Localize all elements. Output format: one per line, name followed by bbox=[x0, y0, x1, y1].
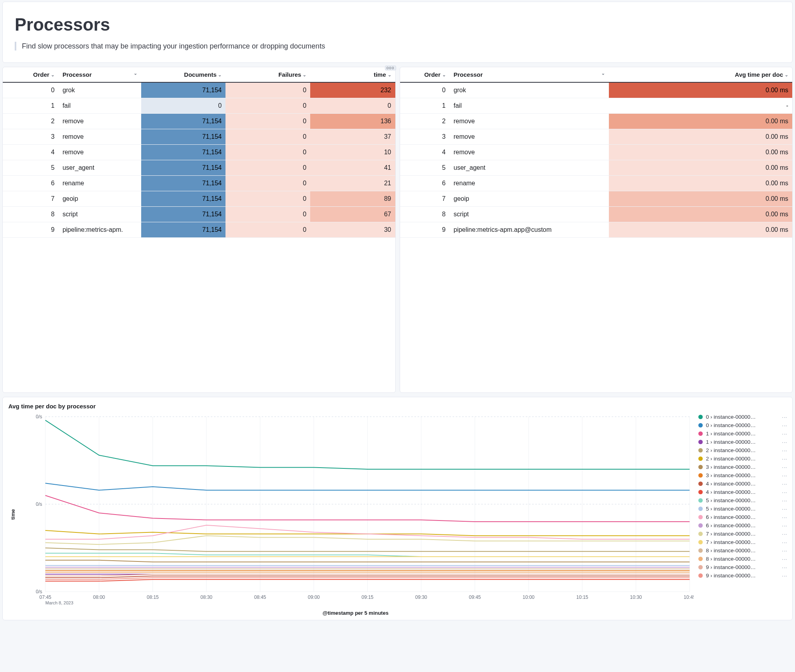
legend-item[interactable]: 4 › instance-00000… bbox=[698, 488, 789, 496]
legend-label: 5 › instance-00000… bbox=[706, 497, 778, 503]
table-row[interactable]: 8script71,154067 bbox=[3, 207, 395, 222]
cell-order: 0 bbox=[3, 82, 58, 98]
legend-label: 2 › instance-00000… bbox=[706, 447, 778, 453]
cell-order: 4 bbox=[3, 145, 58, 160]
col-processor[interactable]: Processor⌄ bbox=[58, 67, 141, 82]
col-time[interactable]: time⌄ bbox=[310, 67, 395, 82]
legend-item[interactable]: 6 › instance-00000… bbox=[698, 521, 789, 530]
legend-item[interactable]: 6 › instance-00000… bbox=[698, 513, 789, 521]
legend-more-icon[interactable] bbox=[781, 474, 788, 478]
chevron-down-icon: ⌄ bbox=[785, 72, 788, 78]
legend-more-icon[interactable] bbox=[781, 432, 788, 436]
legend-item[interactable]: 8 › instance-00000… bbox=[698, 546, 789, 555]
legend-more-icon[interactable] bbox=[781, 457, 788, 461]
legend-more-icon[interactable] bbox=[781, 440, 788, 444]
legend-more-icon[interactable] bbox=[781, 532, 788, 536]
cell-processor: rename bbox=[58, 176, 141, 191]
legend-item[interactable]: 9 › instance-00000… bbox=[698, 571, 789, 580]
legend-item[interactable]: 5 › instance-00000… bbox=[698, 496, 789, 505]
legend-item[interactable]: 2 › instance-00000… bbox=[698, 446, 789, 454]
table-row[interactable]: 7geoip0.00 ms bbox=[400, 191, 793, 207]
table-row[interactable]: 7geoip71,154089 bbox=[3, 191, 395, 207]
table-row[interactable]: 3remove71,154037 bbox=[3, 129, 395, 145]
table-row[interactable]: 5user_agent71,154041 bbox=[3, 160, 395, 176]
legend-item[interactable]: 0 › instance-00000… bbox=[698, 413, 789, 421]
legend-more-icon[interactable] bbox=[781, 449, 788, 453]
legend-item[interactable]: 3 › instance-00000… bbox=[698, 471, 789, 480]
table-row[interactable]: 1fail- bbox=[400, 98, 793, 114]
svg-text:March 8, 2023: March 8, 2023 bbox=[45, 600, 73, 605]
table-row[interactable]: 6rename71,154021 bbox=[3, 176, 395, 191]
cell-avg: 0.00 ms bbox=[609, 176, 793, 191]
table-row[interactable]: 2remove0.00 ms bbox=[400, 114, 793, 129]
legend-more-icon[interactable] bbox=[781, 490, 788, 494]
cell-processor: user_agent bbox=[450, 160, 609, 176]
legend-item[interactable]: 1 › instance-00000… bbox=[698, 429, 789, 438]
legend-swatch bbox=[698, 465, 703, 469]
table-row[interactable]: 9pipeline:metrics-apm.app@custom0.00 ms bbox=[400, 222, 793, 238]
legend-label: 0 › instance-00000… bbox=[706, 422, 778, 428]
col-order[interactable]: Order⌄ bbox=[3, 67, 58, 82]
table-row[interactable]: 4remove71,154010 bbox=[3, 145, 395, 160]
cell-order: 7 bbox=[3, 191, 58, 207]
legend-swatch bbox=[698, 482, 703, 486]
legend-item[interactable]: 8 › instance-00000… bbox=[698, 555, 789, 563]
legend-item[interactable]: 0 › instance-00000… bbox=[698, 421, 789, 429]
legend-item[interactable]: 3 › instance-00000… bbox=[698, 463, 789, 471]
cell-documents: 71,154 bbox=[141, 160, 226, 176]
legend-more-icon[interactable] bbox=[781, 482, 788, 486]
legend-more-icon[interactable] bbox=[781, 423, 788, 427]
legend-label: 7 › instance-00000… bbox=[706, 539, 778, 545]
cell-failures: 0 bbox=[225, 98, 310, 114]
legend-item[interactable]: 5 › instance-00000… bbox=[698, 505, 789, 513]
cell-processor: fail bbox=[450, 98, 609, 114]
legend-item[interactable]: 9 › instance-00000… bbox=[698, 563, 789, 571]
cell-time: 67 bbox=[310, 207, 395, 222]
table-row[interactable]: 1fail000 bbox=[3, 98, 395, 114]
legend-more-icon[interactable] bbox=[781, 499, 788, 503]
cell-documents: 71,154 bbox=[141, 145, 226, 160]
col-order[interactable]: Order⌄ bbox=[400, 67, 450, 82]
cell-order: 0 bbox=[400, 82, 450, 98]
col-processor[interactable]: Processor⌄ bbox=[450, 67, 609, 82]
chart-plot[interactable]: 07:4508:0008:1508:3008:4509:0009:1509:30… bbox=[17, 413, 694, 608]
table-row[interactable]: 9pipeline:metrics-apm.71,154030 bbox=[3, 222, 395, 238]
table-row[interactable]: 4remove0.00 ms bbox=[400, 145, 793, 160]
legend-item[interactable]: 2 › instance-00000… bbox=[698, 454, 789, 463]
legend-more-icon[interactable] bbox=[781, 415, 788, 419]
legend-more-icon[interactable] bbox=[781, 574, 788, 578]
legend-item[interactable]: 1 › instance-00000… bbox=[698, 438, 789, 446]
cell-time: 30 bbox=[310, 222, 395, 238]
table-row[interactable]: 3remove0.00 ms bbox=[400, 129, 793, 145]
table-row[interactable]: 6rename0.00 ms bbox=[400, 176, 793, 191]
legend-more-icon[interactable] bbox=[781, 540, 788, 544]
table-row[interactable]: 0grok0.00 ms bbox=[400, 82, 793, 98]
legend-more-icon[interactable] bbox=[781, 557, 788, 561]
legend-more-icon[interactable] bbox=[781, 507, 788, 511]
legend-more-icon[interactable] bbox=[781, 549, 788, 553]
legend-more-icon[interactable] bbox=[781, 465, 788, 469]
col-avg[interactable]: Avg time per doc⌄ bbox=[609, 67, 793, 82]
legend-item[interactable]: 7 › instance-00000… bbox=[698, 538, 789, 546]
cell-processor: script bbox=[58, 207, 141, 222]
legend-more-icon[interactable] bbox=[781, 515, 788, 519]
cell-processor: user_agent bbox=[58, 160, 141, 176]
legend-more-icon[interactable] bbox=[781, 565, 788, 569]
legend-label: 1 › instance-00000… bbox=[706, 439, 778, 445]
chevron-down-icon: ⌄ bbox=[218, 72, 222, 78]
table-row[interactable]: 5user_agent0.00 ms bbox=[400, 160, 793, 176]
col-failures[interactable]: Failures⌄ bbox=[225, 67, 310, 82]
table-row[interactable]: 8script0.00 ms bbox=[400, 207, 793, 222]
page-title: Processors bbox=[15, 15, 780, 35]
table-row[interactable]: 0grok71,1540232 bbox=[3, 82, 395, 98]
legend-item[interactable]: 4 › instance-00000… bbox=[698, 480, 789, 488]
chevron-down-icon: ⌄ bbox=[601, 71, 605, 76]
table-row[interactable]: 2remove71,1540136 bbox=[3, 114, 395, 129]
col-documents[interactable]: Documents⌄ bbox=[141, 67, 226, 82]
legend-label: 7 › instance-00000… bbox=[706, 531, 778, 537]
legend-item[interactable]: 7 › instance-00000… bbox=[698, 530, 789, 538]
processors-table: Order⌄ Processor⌄ Documents⌄ Failures⌄ t… bbox=[3, 67, 395, 238]
legend-more-icon[interactable] bbox=[781, 524, 788, 528]
cell-time: 232 bbox=[310, 82, 395, 98]
chart-legend: 0 › instance-00000…0 › instance-00000…1 … bbox=[698, 413, 789, 616]
